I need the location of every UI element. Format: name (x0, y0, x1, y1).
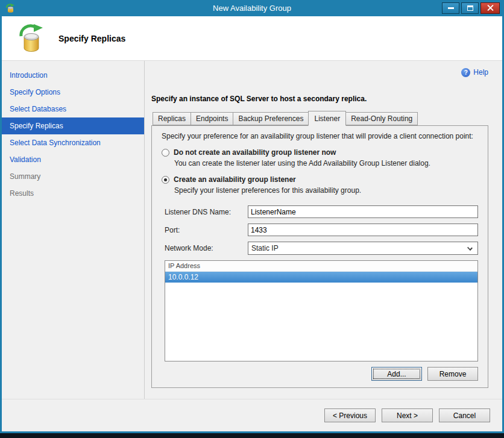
radio-create-listener[interactable] (162, 176, 169, 184)
sidebar-item-specify-replicas[interactable]: Specify Replicas (2, 117, 144, 134)
minimize-button[interactable] (442, 2, 459, 14)
tab-backup-preferences[interactable]: Backup Preferences (233, 112, 309, 125)
page-instruction: Specify an instance of SQL Server to hos… (151, 95, 488, 103)
listener-intro-text: Specify your preference for an availabil… (162, 132, 478, 140)
help-label: Help (473, 68, 488, 77)
wizard-header: Specify Replicas (2, 16, 502, 61)
ip-address-column-header: IP Address (165, 261, 477, 272)
sidebar-item-validation[interactable]: Validation (2, 151, 144, 168)
wizard-footer: < Previous Next > Cancel (2, 399, 502, 431)
help-icon (461, 68, 470, 77)
port-input[interactable] (248, 224, 478, 236)
create-listener-description: Specify your listener preferences for th… (174, 186, 478, 195)
network-mode-label: Network Mode: (165, 244, 248, 252)
list-item-ip-address[interactable]: 10.0.0.12 (165, 272, 477, 283)
window-title: New Availability Group (2, 4, 502, 13)
ip-address-listbox[interactable]: IP Address 10.0.0.12 (165, 260, 478, 361)
network-mode-dropdown[interactable]: Static IP (248, 242, 478, 255)
sidebar-item-introduction[interactable]: Introduction (2, 67, 144, 84)
no-listener-description: You can create the listener later using … (174, 159, 478, 167)
cancel-button[interactable]: Cancel (439, 408, 490, 422)
radio-no-listener[interactable] (162, 149, 169, 157)
close-icon (487, 4, 494, 12)
tab-replicas[interactable]: Replicas (153, 112, 191, 125)
sidebar-item-select-data-synchronization[interactable]: Select Data Synchronization (2, 134, 144, 151)
listener-dns-name-input[interactable] (248, 205, 478, 218)
tab-read-only-routing[interactable]: Read-Only Routing (345, 112, 418, 125)
add-button[interactable]: Add... (371, 367, 422, 381)
sidebar-item-select-databases[interactable]: Select Databases (2, 101, 144, 117)
chevron-down-icon (467, 245, 473, 251)
wizard-steps-sidebar: Introduction Specify Options Select Data… (2, 61, 145, 399)
window-icon (5, 4, 15, 13)
replica-tabs: Replicas Endpoints Backup Preferences Li… (151, 111, 488, 125)
page-title: Specify Replicas (58, 34, 125, 43)
radio-create-listener-label[interactable]: Create an availability group listener (174, 175, 296, 184)
network-mode-value: Static IP (251, 244, 279, 252)
maximize-button[interactable] (461, 2, 479, 14)
remove-button[interactable]: Remove (427, 367, 478, 381)
help-link[interactable]: Help (461, 68, 488, 77)
radio-no-listener-label[interactable]: Do not create an availability group list… (174, 148, 336, 157)
minimize-icon (448, 7, 454, 9)
listener-dns-name-label: Listener DNS Name: (165, 208, 248, 216)
listener-tab-panel: Specify your preference for an availabil… (151, 125, 488, 388)
wizard-body: Introduction Specify Options Select Data… (2, 61, 502, 399)
sidebar-item-summary: Summary (2, 168, 144, 185)
wizard-content: Help Specify an instance of SQL Server t… (145, 61, 502, 399)
next-button[interactable]: Next > (382, 408, 433, 422)
new-availability-group-window: New Availability Group (0, 0, 504, 433)
tab-listener[interactable]: Listener (308, 111, 346, 126)
sidebar-item-specify-options[interactable]: Specify Options (2, 84, 144, 101)
port-label: Port: (165, 226, 248, 234)
close-button[interactable] (480, 2, 500, 14)
sidebar-item-results: Results (2, 185, 144, 202)
maximize-icon (467, 5, 473, 11)
availability-group-icon (17, 24, 45, 53)
titlebar[interactable]: New Availability Group (2, 0, 502, 16)
previous-button[interactable]: < Previous (324, 408, 376, 422)
tab-endpoints[interactable]: Endpoints (191, 112, 233, 125)
caption-buttons (442, 2, 500, 14)
